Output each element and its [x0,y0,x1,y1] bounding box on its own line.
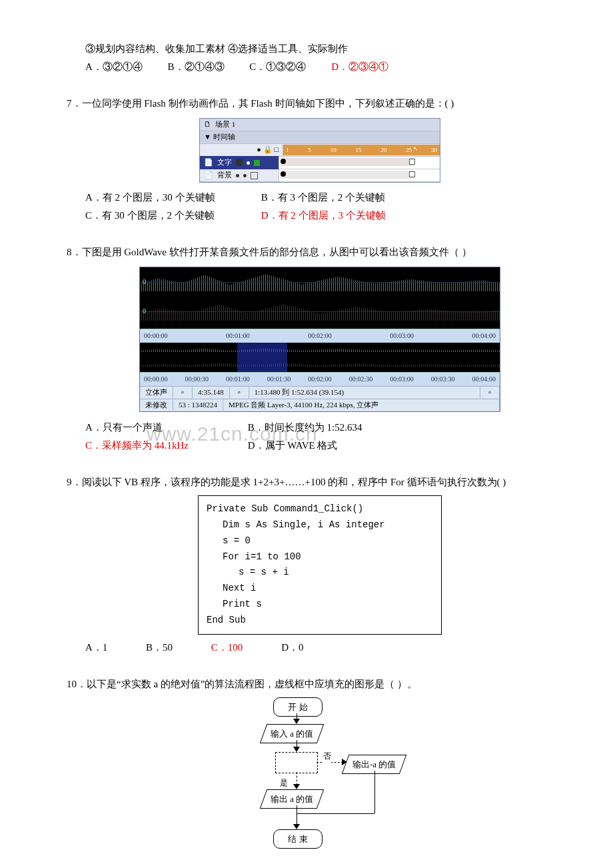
fc-end: 结 束 [273,829,322,849]
q8-opt-a[interactable]: A．只有一个声道 [85,419,245,437]
q6-opt-b[interactable]: B．②①④③ [168,58,225,76]
q6-options: A．③②①④ B．②①④③ C．①③②④ D．②③④① [67,58,573,76]
info-bar-1: 立体声 ▫ 4:35.148 ▫ 1:13.480 到 1:52.634 (39… [140,386,500,399]
info-stereo: 立体声 [140,386,173,399]
kf-box-icon [409,159,415,165]
kf-dot1-icon [281,159,286,164]
q8-opt-d[interactable]: D．属于 WAVE 格式 [248,440,338,451]
arrow-down-icon [293,747,300,752]
q9-options: A．1 B．50 C．100 D．0 [67,639,573,657]
q9-opt-d[interactable]: D．0 [281,639,303,657]
tr1-1: 00:01:00 [226,330,250,342]
q6-line: ③规划内容结构、收集加工素材 ④选择适当工具、实际制作 [67,40,573,58]
green-box-icon [254,160,260,166]
timeline-header-icons: ● 🔒 □ [257,143,279,157]
code-line: End Sub [207,613,433,629]
arrow-down-icon [293,824,300,829]
tr2-2: 00:01:00 [226,373,250,385]
ruler-15: 15 [355,145,361,155]
tr2-3: 00:01:30 [267,373,291,385]
dot-icon [247,161,250,165]
ruler-25: 25 [406,147,412,153]
frame-span [281,158,414,166]
dot-icon [243,174,247,177]
q7-opt-a[interactable]: A．有 2 个图层，30 个关键帧 [85,189,259,207]
fc-line [374,771,375,813]
code-line: Private Sub Command1_Click() [207,501,433,517]
arrow-down-icon [293,719,300,724]
time-ruler-1: 00:00:00 00:01:00 00:02:00 00:03:00 00:0… [140,329,500,343]
tr2-1: 00:00:30 [185,373,209,385]
pencil-icon [236,159,243,166]
tr2-7: 00:03:30 [431,373,455,385]
q8-opt-c[interactable]: C．采样频率为 44.1kHz [85,437,245,455]
time-ruler-2: 00:00:00 00:00:30 00:01:00 00:01:30 00:0… [140,372,500,386]
outline-box-icon [251,172,258,179]
fc-line [297,805,297,825]
q7-stem: 7．一位同学使用 Flash 制作动画作品，其 Flash 时间轴如下图中，下列… [67,95,573,113]
code-line: Dim s As Single, i As integer [207,517,433,533]
tr2-5: 00:02:30 [349,373,373,385]
tr2-4: 00:02:00 [308,373,332,385]
q7-opts-row2: C．有 30 个图层，2 个关键帧 D．有 2 个图层，3 个关键帧 [67,207,573,225]
ruler-10: 10 [330,145,336,155]
code-line: s = 0 [207,533,433,549]
info-duration: 4:35.148 [193,386,230,399]
tr1-0: 00:00:00 [144,330,168,342]
code-line: Print s [207,597,433,613]
info-box-icon: ▫ [173,386,193,399]
fc-label-no: 否 [323,749,331,764]
info-box-icon: ▫ [480,386,500,399]
ruler-20: 20 [380,145,386,155]
fc-input: 输入 a 的值 [260,724,324,743]
ruler-5: 5 [308,145,311,155]
q8-stem: 8．下图是用 GoldWave 软件打开某音频文件后的部分信息，从图中可以看出该… [67,243,573,261]
tr1-4: 00:04:00 [472,330,496,342]
fc-dashed-box [275,752,318,773]
q9-opt-b[interactable]: B．50 [146,639,173,657]
flash-layer2-label: 背景 [217,169,232,182]
q6-opt-d[interactable]: D．②③④① [331,58,388,76]
q10-flowchart: 开 始 输入 a 的值 否 输出-a 的值 是 输出 a 的值 结 束 [227,697,413,868]
fc-start: 开 始 [273,697,322,717]
main-waveform: 0 0 [140,267,500,329]
info-unmodified: 未修改 [140,399,173,412]
q7-opt-d[interactable]: D．有 2 个图层，3 个关键帧 [261,210,386,221]
question-6-tail: ③规划内容结构、收集加工素材 ④选择适当工具、实际制作 A．③②①④ B．②①④… [67,40,573,76]
zero-label: 0 [143,305,146,317]
layer-icon: 📄 [204,169,213,182]
q7-opt-b[interactable]: B．有 3 个图层，2 个关键帧 [261,192,385,203]
question-10: 10．以下是“求实数 a 的绝对值”的算法流程图，虚线框中应填充的图形是（ ）。… [67,675,573,868]
info-selection: 1:13.480 到 1:52.634 (39.154) [249,386,480,399]
q9-opt-c[interactable]: C．100 [211,639,243,657]
cursor-icon: ↖ [413,143,418,154]
q7-opts-row1: A．有 2 个图层，30 个关键帧 B．有 3 个图层，2 个关键帧 [67,189,573,207]
flash-scene-label: 场景 1 [215,118,235,131]
overview-waveform [140,343,500,372]
info-box-icon: ▫ [230,386,249,399]
ruler-1: 1 [286,145,289,155]
q6-opt-c[interactable]: C．①③②④ [249,58,306,76]
question-7: 7．一位同学使用 Flash 制作动画作品，其 Flash 时间轴如下图中，下列… [67,95,573,225]
tr2-6: 00:03:00 [390,373,414,385]
info-bar-2: 未修改 53 : 1348224 MPEG 音频 Layer-3, 44100 … [140,399,500,411]
info-samples: 53 : 1348224 [173,399,223,412]
q7-opt-c[interactable]: C．有 30 个图层，2 个关键帧 [85,207,259,225]
q9-code-box: Private Sub Command1_Click() Dim s As Si… [198,495,442,634]
tr2-8: 00:04:00 [472,373,496,385]
code-line: s = s + i [207,565,433,581]
tr1-2: 00:02:00 [308,330,332,342]
q8-opt-b[interactable]: B．时间长度约为 1:52.634 [248,422,362,433]
code-line: For i=1 to 100 [207,549,433,565]
flash-layer1-label: 文字 [217,156,232,169]
question-9: 9．阅读以下 VB 程序，该程序的功能是求 1+2+3+……+100 的和，程序… [67,473,573,656]
fc-line [297,813,374,814]
kf-box2-icon [409,171,415,177]
fc-output-pos-a: 输出 a 的值 [260,789,324,809]
keyframe-bg-icon [281,171,286,177]
selection-region[interactable] [237,343,288,372]
q9-opt-a[interactable]: A．1 [85,639,107,657]
q7-figure-flash-timeline: 🗋 场景 1 ▼ 时间轴 ● 🔒 □ 1 5 10 15 20 [67,118,573,183]
q10-stem: 10．以下是“求实数 a 的绝对值”的算法流程图，虚线框中应填充的图形是（ ）。 [67,675,573,693]
q6-opt-a[interactable]: A．③②①④ [85,58,143,76]
